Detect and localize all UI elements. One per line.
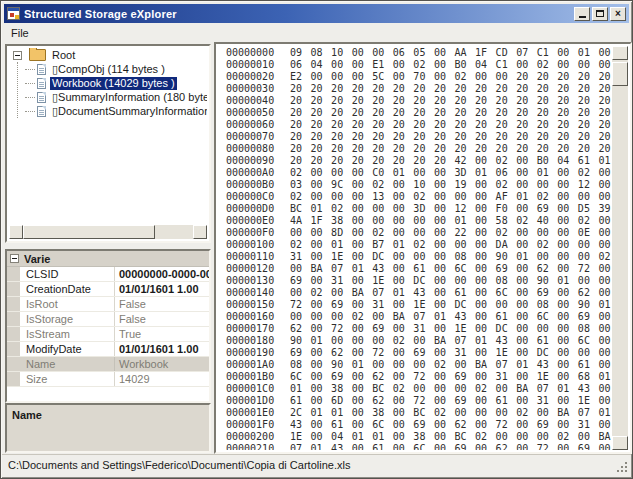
hex-row: 0000000009 08 10 00 00 06 05 00 AA 1F CD… [218,47,612,59]
property-value[interactable]: Workbook [114,357,209,371]
hex-bytes: 31 00 1E 00 DC 00 00 00 08 00 90 01 00 0… [290,251,610,262]
hex-address: 00000170 [218,323,282,335]
property-description-title: Name [7,405,209,421]
property-value[interactable]: False [114,312,209,326]
arrow-left-icon [12,229,18,235]
hex-bytes: 1E 00 04 01 01 00 38 00 BC 02 00 00 00 0… [290,431,610,442]
hex-row: 0000009020 20 20 20 20 20 20 20 42 00 02… [218,155,612,167]
scrollbar-thumb[interactable] [23,225,155,239]
scroll-up-button[interactable] [612,46,628,60]
property-gutter [7,372,20,386]
property-name: IsRoot [20,297,114,311]
hex-bytes: 01 00 38 00 BC 02 00 00 00 02 00 BA 07 0… [290,383,610,394]
hex-address: 00000000 [218,47,282,59]
property-name: IsStorage [20,312,114,326]
hex-address: 00000050 [218,107,282,119]
collapse-icon[interactable] [13,51,22,60]
hex-address: 000000F0 [218,227,282,239]
tree-item-label[interactable]: ▯CompObj (114 bytes ) [50,63,167,76]
hex-address: 00000200 [218,431,282,443]
hex-address: 00000110 [218,251,282,263]
property-row[interactable]: IsRootFalse [7,297,209,312]
property-gutter [7,327,20,341]
hex-bytes: 00 00 00 02 00 BA 07 01 43 00 61 00 6C 0… [290,311,610,322]
minimize-button[interactable] [574,7,590,21]
hex-bytes: 06 04 00 00 E1 00 02 00 B0 04 C1 00 02 0… [290,59,610,70]
hex-address: 00000140 [218,287,282,299]
hex-row: 0000003020 20 20 20 20 20 20 20 20 20 20… [218,83,612,95]
hex-vertical-scrollbar[interactable] [612,46,628,450]
hex-address: 000000C0 [218,191,282,203]
property-value[interactable]: 01/01/1601 1.00 [114,282,209,296]
hex-address: 00000160 [218,311,282,323]
property-row[interactable]: CreationDate01/01/1601 1.00 [7,282,209,297]
property-row[interactable]: CLSID00000000-0000-0000- [7,267,209,282]
hex-bytes: 43 00 61 00 6C 00 69 00 62 00 72 00 69 0… [290,419,610,430]
tree-item[interactable]: ▯CompObj (114 bytes ) [9,62,207,76]
property-row[interactable]: Size14029 [7,372,209,387]
scrollbar-thumb[interactable] [612,62,628,86]
property-value[interactable]: 00000000-0000-0000- [114,267,209,281]
tree-item-label[interactable]: ▯SummaryInformation (180 bytes ) [50,91,207,104]
maximize-button[interactable] [592,7,608,21]
property-category-row[interactable]: Varie [7,251,209,267]
property-value[interactable]: True [114,327,209,341]
hex-address: 00000080 [218,143,282,155]
hex-row: 0000011031 00 1E 00 DC 00 00 00 08 00 90… [218,251,612,263]
scroll-right-button[interactable] [193,225,207,239]
status-file-path: C:\Documents and Settings\Federico\Docum… [2,455,631,471]
title-bar[interactable]: Structured Storage eXplorer × [4,4,629,23]
tree-horizontal-scrollbar[interactable] [9,225,207,239]
hex-row: 000001B06C 00 69 00 62 00 72 00 69 00 31… [218,371,612,383]
tree-item[interactable]: ▯SummaryInformation (180 bytes ) [9,90,207,104]
hex-dump[interactable]: 0000000009 08 10 00 00 06 05 00 AA 1F CD… [218,46,612,450]
tree-connector [25,111,35,112]
property-grid[interactable]: Varie CLSID00000000-0000-0000-CreationDa… [5,249,211,403]
property-value[interactable]: 01/01/1601 1.00 [114,342,209,356]
tree-connector [25,97,35,98]
tree-item-label[interactable]: ▯DocumentSummaryInformation (264 [50,105,207,118]
property-row[interactable]: IsStreamTrue [7,327,209,342]
tree-connector [25,83,35,84]
property-category-label: Varie [24,253,50,265]
hex-bytes: 07 01 43 00 61 00 6C 00 69 00 62 00 72 0… [290,443,610,450]
window-title: Structured Storage eXplorer [24,8,574,20]
property-description-box: Name [5,403,211,453]
hex-bytes: 03 00 9C 00 02 00 10 00 19 00 02 00 00 0… [290,179,610,190]
property-row[interactable]: IsStorageFalse [7,312,209,327]
hex-row: 000001E02C 01 01 00 38 00 BC 02 00 00 00… [218,407,612,419]
tree-item[interactable]: Workbook (14029 bytes ) [9,76,207,90]
hex-bytes: 20 20 20 20 20 20 20 20 20 20 20 20 20 2… [290,119,610,130]
hex-row: 0000018090 01 00 00 00 02 00 BA 07 01 43… [218,335,612,347]
tree-item-root[interactable]: Root [9,48,207,62]
menu-item-file[interactable]: File [4,26,36,40]
hex-bytes: 00 BA 07 01 43 00 61 00 6C 00 69 00 62 0… [290,263,610,274]
close-button[interactable]: × [610,7,626,21]
hex-row: 000001C001 00 38 00 BC 02 00 00 00 02 00… [218,383,612,395]
status-bar: C:\Documents and Settings\Federico\Docum… [2,454,631,476]
property-row[interactable]: NameWorkbook [7,357,209,372]
hex-row: 0000015072 00 69 00 31 00 1E 00 DC 00 00… [218,299,612,311]
hex-viewer[interactable]: 0000000009 08 10 00 00 06 05 00 AA 1F CD… [214,42,632,454]
tree-root-label[interactable]: Root [50,49,77,62]
close-icon: × [615,9,621,19]
hex-bytes: 20 20 20 20 20 20 20 20 20 20 20 20 20 2… [290,95,610,106]
scroll-left-button[interactable] [9,225,23,239]
app-icon [7,7,20,20]
hex-row: 000000A002 00 00 00 C0 01 00 00 3D 01 06… [218,167,612,179]
hex-address: 00000100 [218,239,282,251]
property-value[interactable]: 14029 [114,372,209,386]
property-value[interactable]: False [114,297,209,311]
hex-bytes: 4A 1F 38 00 00 00 00 00 01 00 58 02 40 0… [290,215,610,226]
tree-item-label[interactable]: Workbook (14029 bytes ) [50,77,177,90]
hex-bytes: 02 00 00 00 13 00 02 00 00 00 AF 01 02 0… [290,191,610,202]
storage-tree-panel[interactable]: Root ▯CompObj (114 bytes )Workbook (1402… [5,44,211,243]
resize-grip[interactable] [617,462,628,473]
scroll-down-button[interactable] [612,436,628,450]
app-window: Structured Storage eXplorer × File Root … [0,0,633,479]
tree-item[interactable]: ▯DocumentSummaryInformation (264 [9,104,207,118]
property-row[interactable]: ModifyDate01/01/1601 1.00 [7,342,209,357]
collapse-icon[interactable] [10,254,19,263]
hex-row: 0000004020 20 20 20 20 20 20 20 20 20 20… [218,95,612,107]
hex-row: 0000013069 00 31 00 1E 00 DC 00 00 00 08… [218,275,612,287]
